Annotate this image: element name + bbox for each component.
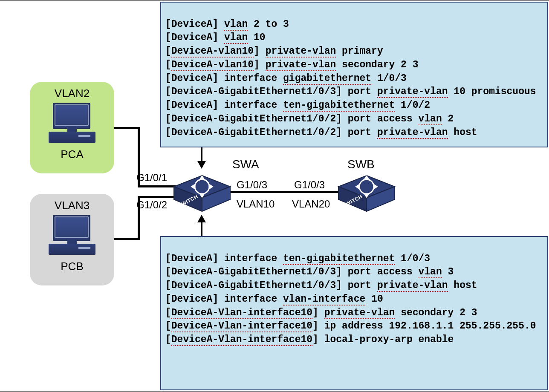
cfg-line: [DeviceA] interface gigabitethernet 1/0/…: [165, 73, 407, 84]
cfg-line: [DeviceA] vlan 2 to 3: [165, 19, 289, 30]
pc-a-node: VLAN2 PCA: [30, 82, 114, 173]
cfg-line: [DeviceA] vlan 10: [165, 32, 266, 43]
cfg-line: [DeviceA-GigabitEthernet1/0/3] port priv…: [165, 86, 536, 97]
swb-label: SWB: [347, 158, 375, 171]
pc-a-vlan: VLAN2: [30, 87, 114, 100]
cfg-line: [DeviceA-GigabitEthernet1/0/2] port priv…: [165, 127, 477, 138]
cfg-line: [DeviceA-GigabitEthernet1/0/2] port acce…: [165, 113, 454, 124]
cfg-line: [DeviceA] interface vlan-interface 10: [165, 294, 383, 305]
config-callout-bottom: [DeviceA] interface ten-gigabitethernet …: [160, 236, 548, 390]
cfg-line: [DeviceA-Vlan-interface10] private-vlan …: [165, 307, 477, 318]
cfg-line: [DeviceA-Vlan-interface10] local-proxy-a…: [165, 334, 454, 345]
port-g102: G1/0/2: [136, 199, 167, 211]
vlan10-label: VLAN10: [237, 198, 274, 210]
cfg-line: [DeviceA] interface ten-gigabitethernet …: [165, 100, 430, 111]
swa-label: SWA: [232, 158, 259, 171]
port-swa-g103: G1/0/3: [237, 179, 267, 191]
cfg-line: [DeviceA-vlan10] private-vlan primary: [165, 46, 383, 57]
computer-icon: [49, 103, 95, 145]
cfg-line: [DeviceA-GigabitEthernet1/0/3] port acce…: [165, 266, 454, 277]
vlan20-label: VLAN20: [292, 198, 330, 210]
pc-a-name: PCA: [30, 148, 114, 161]
arrow-up-icon: [197, 215, 206, 222]
switch-swb: SWITCH: [337, 175, 392, 209]
config-callout-top: [DeviceA] vlan 2 to 3 [DeviceA] vlan 10 …: [160, 2, 548, 147]
cfg-line: [DeviceA-vlan10] private-vlan secondary …: [165, 59, 419, 70]
pc-b-vlan: VLAN3: [30, 199, 114, 212]
cfg-line: [DeviceA-GigabitEthernet1/0/3] port priv…: [165, 280, 477, 291]
pc-b-name: PCB: [30, 260, 114, 273]
cfg-line: [DeviceA-Vlan-interface10] ip address 19…: [165, 320, 536, 331]
port-g101: G1/0/1: [136, 172, 167, 184]
switch-swa: SWITCH: [172, 175, 228, 209]
computer-icon: [49, 215, 95, 257]
pc-b-node: VLAN3 PCB: [30, 194, 114, 285]
arrow-down-icon: [197, 161, 206, 169]
cfg-line: [DeviceA] interface ten-gigabitethernet …: [165, 253, 430, 264]
port-swb-g103: G1/0/3: [294, 179, 325, 191]
